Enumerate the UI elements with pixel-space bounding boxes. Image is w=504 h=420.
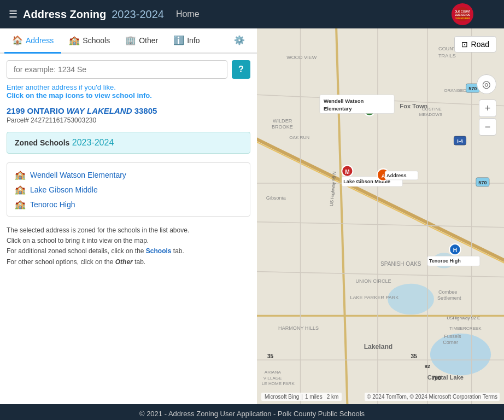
svg-text:TIMBERCREEK: TIMBERCREEK [449,326,482,331]
info-line2: Click on the map icons to view school in… [7,91,250,100]
svg-text:H: H [453,247,457,253]
svg-text:Elementary: Elementary [324,106,352,112]
school-name-elementary: Wendell Watson Elementary [30,171,126,179]
parcel-number: Parcel# 242721161753003230 [7,116,250,124]
tab-info-label: Info [187,36,200,45]
svg-text:700: 700 [432,375,441,381]
address-main: 2199 ONTARIO WAY LAKELAND 33805 [7,106,250,115]
other-tab-icon: 🏢 [125,35,136,45]
svg-text:ARIANA: ARIANA [265,370,282,375]
svg-text:Gibsonia: Gibsonia [266,195,286,201]
zoom-out-button[interactable]: − [479,118,496,136]
svg-text:WOOD VIEW: WOOD VIEW [286,55,317,60]
svg-text:Tenoroc High: Tenoroc High [429,258,461,264]
parcel-value: 242721161753003230 [31,116,96,124]
tab-info[interactable]: ℹ️ Info [166,28,207,54]
scale-miles: 1 miles [305,394,323,400]
svg-text:Combee: Combee [438,289,457,295]
schools-highlight: Schools [146,247,172,255]
scale-bar: Microsoft Bing | 1 miles 2 km [261,393,342,401]
svg-text:SPANISH OAKS: SPANISH OAKS [380,261,421,267]
svg-text:WILDER: WILDER [273,118,292,124]
svg-text:STUDENTS FIRST: STUDENTS FIRST [455,18,470,20]
bottom-line1: The selected address is zoned for the sc… [7,225,250,236]
svg-text:35: 35 [267,353,274,359]
svg-text:Corner: Corner [443,340,458,345]
zoom-in-button[interactable]: + [479,100,496,117]
left-panel: 🏠 Address 🏫 Schools 🏢 Other ℹ️ Info ⚙️ ? [0,28,257,404]
svg-text:92: 92 [425,364,430,369]
svg-text:Wendell Watson: Wendell Watson [324,98,364,104]
tab-schools-label: Schools [83,36,110,45]
tab-schools[interactable]: 🏫 Schools [61,28,118,54]
elementary-icon: 🏫 [15,170,26,180]
svg-text:MEADOWS: MEADOWS [419,112,443,117]
svg-text:A: A [382,173,385,179]
svg-text:LAKE PARKER PARK: LAKE PARKER PARK [350,295,398,300]
school-item-middle[interactable]: 🏫 Lake Gibson Middle [15,182,242,197]
bing-credit: Microsoft Bing [265,394,299,400]
map-svg: WOOD VIEW COUNTRY TRAILS ORANGEDALE COST… [257,28,504,404]
school-logo: POLK COUNTY PUBLIC SCHOOLS STUDENTS FIRS… [430,2,495,26]
help-button[interactable]: ? [232,60,250,79]
search-input[interactable] [7,60,227,79]
zoned-year-value: 2023-2024 [72,138,114,147]
map-panel[interactable]: WOOD VIEW COUNTRY TRAILS ORANGEDALE COST… [257,28,504,404]
svg-text:PUBLIC SCHOOLS: PUBLIC SCHOOLS [455,14,470,16]
app-year: 2023-2024 [112,8,164,21]
location-button[interactable]: ◎ [477,74,496,94]
high-icon: 🏫 [15,199,26,209]
address-zip-num: 33805 [134,106,157,115]
svg-text:35: 35 [411,353,418,359]
svg-text:Address: Address [386,173,406,178]
parcel-label: Parcel# [7,116,29,124]
road-toggle-button[interactable]: ⊡ Road [454,36,496,52]
svg-text:BROOKE: BROOKE [272,124,293,130]
school-name-high: Tenoroc High [30,200,75,209]
header-left: ☰ Address Zoning 2023-2024 Home [9,8,200,21]
svg-text:VILLAGE: VILLAGE [263,376,282,381]
footer-text: © 2021 - Address Zoning User Application… [139,410,365,418]
middle-icon: 🏫 [15,184,26,195]
zoned-title: Zoned Schools [15,138,69,147]
zoom-controls: + − [479,100,496,136]
menu-icon[interactable]: ☰ [9,8,17,20]
svg-text:POLK COUNTY: POLK COUNTY [455,10,470,13]
road-toggle-icon: ⊡ [461,40,468,49]
school-name-middle: Lake Gibson Middle [30,185,98,194]
tab-settings[interactable]: ⚙️ [226,28,253,54]
bottom-line3: For additional zoned school details, cli… [7,246,250,256]
map-attribution: Microsoft Bing | 1 miles 2 km © 2024 Tom… [257,393,504,401]
zoned-schools-card: Zoned Schools 2023-2024 [7,132,250,154]
svg-text:HARMONY HILLS: HARMONY HILLS [278,325,319,331]
tab-address[interactable]: 🏠 Address [4,28,61,54]
bottom-line2: Click on a school to bring it into view … [7,236,250,246]
school-item-high[interactable]: 🏫 Tenoroc High [15,197,242,212]
scale-1: | [301,394,303,400]
address-city-name: LAKELAND [87,106,132,115]
app-title: Address Zoning [23,8,106,21]
svg-text:M: M [345,169,349,175]
search-area: ? [0,54,257,79]
svg-text:Fussels: Fussels [444,334,461,339]
tab-other[interactable]: 🏢 Other [118,28,166,54]
svg-text:Fox Town: Fox Town [400,103,427,109]
svg-text:I-4: I-4 [457,138,463,144]
school-item-elementary[interactable]: 🏫 Wendell Watson Elementary [15,167,242,182]
bottom-line5: For other school options, click on the O… [7,257,250,267]
app-header: ☰ Address Zoning 2023-2024 Home POLK COU… [0,0,504,28]
school-list: 🏫 Wendell Watson Elementary 🏫 Lake Gibso… [7,162,250,217]
svg-text:TRAILS: TRAILS [438,53,456,59]
home-link[interactable]: Home [176,9,200,19]
bottom-info: The selected address is zoned for the sc… [0,220,257,273]
schools-tab-icon: 🏫 [69,35,80,45]
address-street-type-label: WAY [67,106,85,115]
info-text: Enter another address if you'd like. Cli… [0,79,257,104]
main-content: 🏠 Address 🏫 Schools 🏢 Other ℹ️ Info ⚙️ ? [0,28,504,404]
address-tab-icon: 🏠 [12,35,23,45]
scale-km-val: 2 km [327,394,339,400]
other-highlight: Other [115,258,133,266]
location-icon: ◎ [482,78,491,90]
svg-text:OAK RUN: OAK RUN [289,135,309,140]
app-footer: © 2021 - Address Zoning User Application… [0,404,504,420]
